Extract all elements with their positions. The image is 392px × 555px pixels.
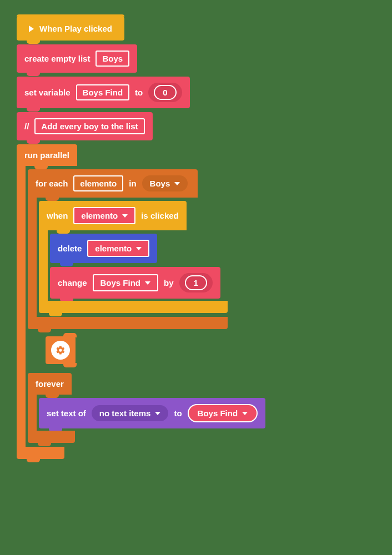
label: for each bbox=[36, 179, 68, 188]
label: delete bbox=[58, 244, 82, 253]
text-target-dropdown[interactable]: no text items bbox=[92, 405, 169, 421]
var-name-field[interactable]: Boys Find bbox=[76, 84, 130, 100]
iterator-var[interactable]: elemento bbox=[73, 175, 123, 191]
label: set text of bbox=[47, 408, 86, 418]
run-parallel-block[interactable]: run parallel for each elemento in Boys bbox=[17, 144, 265, 459]
for-each-block[interactable]: for each elemento in Boys bbox=[28, 169, 228, 329]
delete-target-dropdown[interactable]: elemento bbox=[87, 240, 149, 257]
text-value-dropdown[interactable]: Boys Find bbox=[188, 404, 258, 422]
chevron-down-icon bbox=[174, 182, 180, 185]
comment-text[interactable]: Add every boy to the list bbox=[34, 118, 144, 134]
dropdown-label: no text items bbox=[99, 408, 151, 418]
c-arm bbox=[28, 197, 37, 317]
c-foot bbox=[17, 447, 64, 459]
chevron-down-icon bbox=[145, 281, 150, 285]
comment-prefix: // bbox=[24, 122, 29, 131]
for-each-head[interactable]: for each elemento in Boys bbox=[28, 169, 198, 198]
comment-block[interactable]: // Add every boy to the list bbox=[17, 112, 153, 140]
c-arm bbox=[17, 165, 26, 334]
list-name-field[interactable]: Boys bbox=[96, 51, 129, 67]
delete-block[interactable]: delete elemento bbox=[50, 234, 157, 263]
value-slot: 0 bbox=[148, 83, 182, 102]
set-variable-block[interactable]: set variable Boys Find to 0 bbox=[17, 77, 190, 108]
forever-head[interactable]: forever bbox=[28, 373, 72, 395]
value-slot: 1 bbox=[179, 273, 213, 292]
label: run parallel bbox=[24, 150, 69, 160]
run-parallel-head[interactable]: run parallel bbox=[17, 144, 77, 166]
chevron-down-icon bbox=[242, 412, 248, 415]
label: set variable bbox=[24, 88, 71, 97]
block-stack: When Play clicked create empty list Boys… bbox=[17, 17, 375, 463]
parallel-branch-config[interactable] bbox=[46, 336, 76, 364]
create-empty-list-block[interactable]: create empty list Boys bbox=[17, 44, 137, 73]
dropdown-label: elemento bbox=[95, 244, 132, 253]
dropdown-label: elemento bbox=[81, 211, 118, 220]
when-play-clicked-hat[interactable]: When Play clicked bbox=[17, 17, 124, 41]
when-head[interactable]: when elemento is clicked bbox=[39, 201, 187, 230]
change-var-dropdown[interactable]: Boys Find bbox=[93, 274, 159, 291]
label: by bbox=[164, 278, 174, 287]
label: to bbox=[174, 408, 182, 418]
when-clicked-block[interactable]: when elemento is clicked bbox=[39, 201, 228, 313]
target-dropdown[interactable]: elemento bbox=[73, 207, 135, 224]
chevron-down-icon bbox=[136, 247, 142, 250]
label: forever bbox=[36, 379, 64, 389]
number-input[interactable]: 1 bbox=[185, 275, 207, 290]
label: create empty list bbox=[24, 54, 90, 63]
label: is clicked bbox=[141, 211, 179, 220]
list-dropdown[interactable]: Boys bbox=[142, 175, 188, 191]
dropdown-label: Boys Find bbox=[198, 408, 238, 418]
c-arm bbox=[17, 332, 26, 370]
dropdown-label: Boys Find bbox=[100, 278, 141, 287]
forever-block[interactable]: forever set text of no text items bbox=[28, 373, 265, 443]
c-foot bbox=[28, 317, 228, 329]
label: in bbox=[129, 179, 136, 188]
play-icon bbox=[29, 26, 34, 32]
chevron-down-icon bbox=[155, 412, 160, 415]
c-arm bbox=[28, 394, 37, 431]
number-input[interactable]: 0 bbox=[154, 85, 176, 100]
c-foot bbox=[28, 431, 75, 443]
label: to bbox=[135, 88, 143, 97]
chevron-down-icon bbox=[122, 214, 128, 218]
label: when bbox=[47, 211, 68, 220]
set-text-block[interactable]: set text of no text items to Boys Find bbox=[39, 398, 265, 428]
c-arm bbox=[39, 230, 48, 301]
label: change bbox=[58, 278, 87, 287]
dropdown-label: Boys bbox=[150, 179, 170, 188]
gear-icon bbox=[51, 341, 70, 360]
hat-label: When Play clicked bbox=[39, 24, 112, 33]
c-arm bbox=[17, 369, 26, 447]
change-variable-block[interactable]: change Boys Find by 1 bbox=[50, 267, 220, 299]
c-foot bbox=[39, 301, 228, 313]
